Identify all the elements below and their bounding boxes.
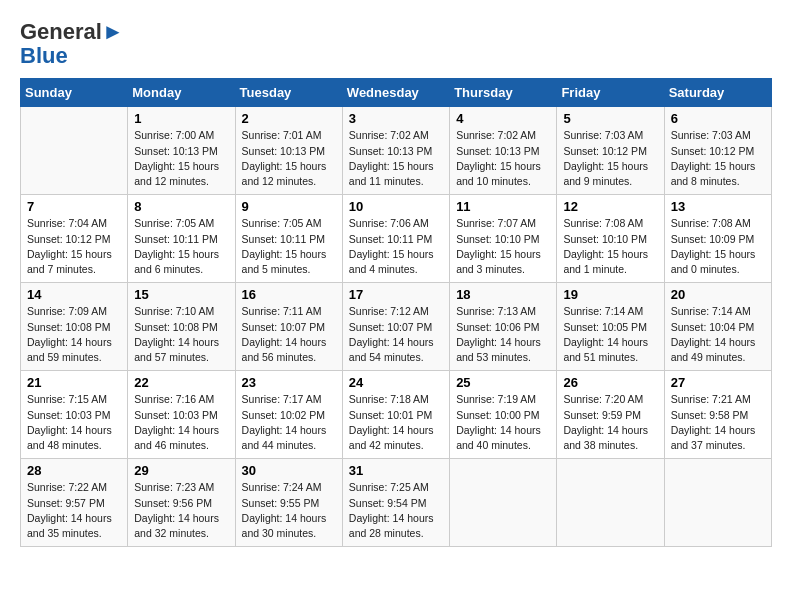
calendar-header-row: SundayMondayTuesdayWednesdayThursdayFrid… [21, 79, 772, 107]
day-number: 11 [456, 199, 552, 214]
day-number: 12 [563, 199, 659, 214]
calendar-day-cell: 17Sunrise: 7:12 AMSunset: 10:07 PMDaylig… [342, 283, 449, 371]
calendar-day-cell: 4Sunrise: 7:02 AMSunset: 10:13 PMDayligh… [450, 107, 557, 195]
calendar-day-cell: 12Sunrise: 7:08 AMSunset: 10:10 PMDaylig… [557, 195, 664, 283]
calendar-day-cell: 25Sunrise: 7:19 AMSunset: 10:00 PMDaylig… [450, 371, 557, 459]
day-number: 13 [671, 199, 767, 214]
day-info: Sunrise: 7:07 AMSunset: 10:10 PMDaylight… [456, 216, 552, 277]
calendar-day-cell [21, 107, 128, 195]
day-info: Sunrise: 7:03 AMSunset: 10:12 PMDaylight… [563, 128, 659, 189]
calendar-week-row: 21Sunrise: 7:15 AMSunset: 10:03 PMDaylig… [21, 371, 772, 459]
calendar-day-cell: 21Sunrise: 7:15 AMSunset: 10:03 PMDaylig… [21, 371, 128, 459]
day-number: 28 [27, 463, 123, 478]
day-number: 16 [242, 287, 338, 302]
calendar-day-cell: 18Sunrise: 7:13 AMSunset: 10:06 PMDaylig… [450, 283, 557, 371]
day-number: 30 [242, 463, 338, 478]
day-of-week-header: Saturday [664, 79, 771, 107]
calendar-day-cell: 30Sunrise: 7:24 AMSunset: 9:55 PMDayligh… [235, 459, 342, 547]
calendar-day-cell: 13Sunrise: 7:08 AMSunset: 10:09 PMDaylig… [664, 195, 771, 283]
day-number: 6 [671, 111, 767, 126]
calendar-day-cell: 20Sunrise: 7:14 AMSunset: 10:04 PMDaylig… [664, 283, 771, 371]
day-number: 3 [349, 111, 445, 126]
logo: General► Blue [20, 20, 124, 68]
day-of-week-header: Sunday [21, 79, 128, 107]
day-info: Sunrise: 7:01 AMSunset: 10:13 PMDaylight… [242, 128, 338, 189]
calendar-day-cell [450, 459, 557, 547]
day-info: Sunrise: 7:22 AMSunset: 9:57 PMDaylight:… [27, 480, 123, 541]
day-info: Sunrise: 7:18 AMSunset: 10:01 PMDaylight… [349, 392, 445, 453]
logo-blue: Blue [20, 43, 68, 68]
day-number: 4 [456, 111, 552, 126]
calendar-day-cell: 19Sunrise: 7:14 AMSunset: 10:05 PMDaylig… [557, 283, 664, 371]
day-info: Sunrise: 7:08 AMSunset: 10:10 PMDaylight… [563, 216, 659, 277]
day-info: Sunrise: 7:24 AMSunset: 9:55 PMDaylight:… [242, 480, 338, 541]
calendar-day-cell: 2Sunrise: 7:01 AMSunset: 10:13 PMDayligh… [235, 107, 342, 195]
calendar-day-cell: 5Sunrise: 7:03 AMSunset: 10:12 PMDayligh… [557, 107, 664, 195]
day-number: 25 [456, 375, 552, 390]
day-info: Sunrise: 7:14 AMSunset: 10:05 PMDaylight… [563, 304, 659, 365]
day-number: 8 [134, 199, 230, 214]
calendar-day-cell [664, 459, 771, 547]
calendar-day-cell: 31Sunrise: 7:25 AMSunset: 9:54 PMDayligh… [342, 459, 449, 547]
calendar-day-cell: 26Sunrise: 7:20 AMSunset: 9:59 PMDayligh… [557, 371, 664, 459]
day-info: Sunrise: 7:17 AMSunset: 10:02 PMDaylight… [242, 392, 338, 453]
calendar-day-cell: 23Sunrise: 7:17 AMSunset: 10:02 PMDaylig… [235, 371, 342, 459]
calendar-body: 1Sunrise: 7:00 AMSunset: 10:13 PMDayligh… [21, 107, 772, 547]
day-of-week-header: Monday [128, 79, 235, 107]
day-info: Sunrise: 7:21 AMSunset: 9:58 PMDaylight:… [671, 392, 767, 453]
day-info: Sunrise: 7:03 AMSunset: 10:12 PMDaylight… [671, 128, 767, 189]
day-number: 26 [563, 375, 659, 390]
day-number: 19 [563, 287, 659, 302]
calendar-day-cell: 24Sunrise: 7:18 AMSunset: 10:01 PMDaylig… [342, 371, 449, 459]
day-number: 15 [134, 287, 230, 302]
day-info: Sunrise: 7:05 AMSunset: 10:11 PMDaylight… [242, 216, 338, 277]
calendar-day-cell: 29Sunrise: 7:23 AMSunset: 9:56 PMDayligh… [128, 459, 235, 547]
day-number: 31 [349, 463, 445, 478]
day-number: 29 [134, 463, 230, 478]
day-of-week-header: Thursday [450, 79, 557, 107]
calendar-day-cell: 6Sunrise: 7:03 AMSunset: 10:12 PMDayligh… [664, 107, 771, 195]
day-info: Sunrise: 7:06 AMSunset: 10:11 PMDaylight… [349, 216, 445, 277]
calendar-week-row: 14Sunrise: 7:09 AMSunset: 10:08 PMDaylig… [21, 283, 772, 371]
calendar-day-cell: 22Sunrise: 7:16 AMSunset: 10:03 PMDaylig… [128, 371, 235, 459]
day-number: 2 [242, 111, 338, 126]
day-info: Sunrise: 7:09 AMSunset: 10:08 PMDaylight… [27, 304, 123, 365]
day-info: Sunrise: 7:14 AMSunset: 10:04 PMDaylight… [671, 304, 767, 365]
day-info: Sunrise: 7:23 AMSunset: 9:56 PMDaylight:… [134, 480, 230, 541]
day-info: Sunrise: 7:13 AMSunset: 10:06 PMDaylight… [456, 304, 552, 365]
day-info: Sunrise: 7:25 AMSunset: 9:54 PMDaylight:… [349, 480, 445, 541]
day-info: Sunrise: 7:16 AMSunset: 10:03 PMDaylight… [134, 392, 230, 453]
day-number: 9 [242, 199, 338, 214]
page-header: General► Blue [20, 20, 772, 68]
day-of-week-header: Tuesday [235, 79, 342, 107]
calendar-day-cell [557, 459, 664, 547]
day-info: Sunrise: 7:05 AMSunset: 10:11 PMDaylight… [134, 216, 230, 277]
day-info: Sunrise: 7:12 AMSunset: 10:07 PMDaylight… [349, 304, 445, 365]
calendar-day-cell: 14Sunrise: 7:09 AMSunset: 10:08 PMDaylig… [21, 283, 128, 371]
calendar-day-cell: 11Sunrise: 7:07 AMSunset: 10:10 PMDaylig… [450, 195, 557, 283]
day-info: Sunrise: 7:20 AMSunset: 9:59 PMDaylight:… [563, 392, 659, 453]
calendar-day-cell: 27Sunrise: 7:21 AMSunset: 9:58 PMDayligh… [664, 371, 771, 459]
calendar-day-cell: 10Sunrise: 7:06 AMSunset: 10:11 PMDaylig… [342, 195, 449, 283]
day-info: Sunrise: 7:02 AMSunset: 10:13 PMDaylight… [349, 128, 445, 189]
calendar-day-cell: 15Sunrise: 7:10 AMSunset: 10:08 PMDaylig… [128, 283, 235, 371]
calendar-week-row: 28Sunrise: 7:22 AMSunset: 9:57 PMDayligh… [21, 459, 772, 547]
day-info: Sunrise: 7:02 AMSunset: 10:13 PMDaylight… [456, 128, 552, 189]
day-number: 20 [671, 287, 767, 302]
calendar-day-cell: 9Sunrise: 7:05 AMSunset: 10:11 PMDayligh… [235, 195, 342, 283]
day-info: Sunrise: 7:10 AMSunset: 10:08 PMDaylight… [134, 304, 230, 365]
calendar-day-cell: 8Sunrise: 7:05 AMSunset: 10:11 PMDayligh… [128, 195, 235, 283]
calendar-day-cell: 16Sunrise: 7:11 AMSunset: 10:07 PMDaylig… [235, 283, 342, 371]
day-number: 24 [349, 375, 445, 390]
day-info: Sunrise: 7:11 AMSunset: 10:07 PMDaylight… [242, 304, 338, 365]
day-number: 17 [349, 287, 445, 302]
calendar-day-cell: 1Sunrise: 7:00 AMSunset: 10:13 PMDayligh… [128, 107, 235, 195]
day-number: 7 [27, 199, 123, 214]
day-of-week-header: Friday [557, 79, 664, 107]
day-number: 21 [27, 375, 123, 390]
calendar-day-cell: 28Sunrise: 7:22 AMSunset: 9:57 PMDayligh… [21, 459, 128, 547]
day-of-week-header: Wednesday [342, 79, 449, 107]
calendar-day-cell: 3Sunrise: 7:02 AMSunset: 10:13 PMDayligh… [342, 107, 449, 195]
day-number: 5 [563, 111, 659, 126]
logo-general: General [20, 19, 102, 44]
